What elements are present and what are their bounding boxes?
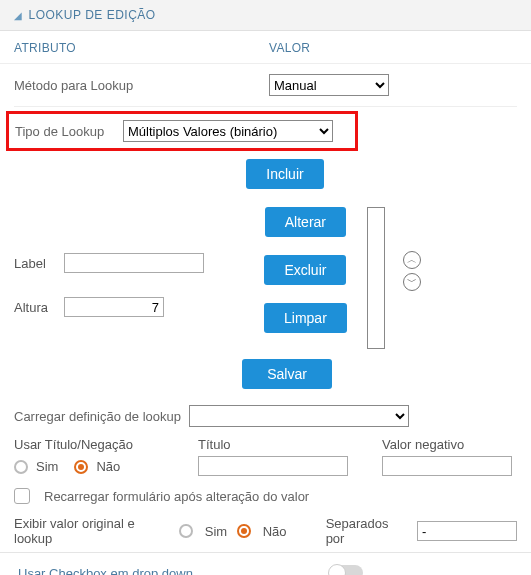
alter-button[interactable]: Alterar bbox=[265, 207, 346, 237]
neg-value-label: Valor negativo bbox=[382, 437, 512, 452]
label-field-label: Label bbox=[14, 256, 58, 271]
values-listbox[interactable] bbox=[367, 207, 385, 349]
use-title-no-label: Não bbox=[96, 459, 120, 474]
load-definition-select[interactable] bbox=[189, 405, 409, 427]
panel-title: LOOKUP DE EDIÇÃO bbox=[29, 8, 156, 22]
include-button[interactable]: Incluir bbox=[246, 159, 324, 189]
clear-button[interactable]: Limpar bbox=[264, 303, 347, 333]
panel-header[interactable]: ◢ LOOKUP DE EDIÇÃO bbox=[0, 0, 531, 31]
move-down-button[interactable]: ﹀ bbox=[403, 273, 421, 291]
title-label: Título bbox=[198, 437, 358, 452]
row-lookup-method: Método para Lookup Manual bbox=[14, 64, 517, 107]
reload-form-label: Recarregar formulário após alteração do … bbox=[44, 489, 309, 504]
row-load-definition: Carregar definição de lookup bbox=[0, 399, 531, 433]
save-button[interactable]: Salvar bbox=[242, 359, 332, 389]
chevron-down-icon: ﹀ bbox=[407, 275, 417, 289]
use-title-neg-label: Usar Título/Negação bbox=[14, 437, 174, 452]
lookup-method-select[interactable]: Manual bbox=[269, 74, 389, 96]
move-up-button[interactable]: ︿ bbox=[403, 251, 421, 269]
separated-by-input[interactable] bbox=[417, 521, 517, 541]
exclude-button[interactable]: Excluir bbox=[264, 255, 346, 285]
chevron-up-icon: ︿ bbox=[407, 253, 417, 267]
col-value: VALOR bbox=[269, 41, 310, 55]
reload-form-checkbox[interactable] bbox=[14, 488, 30, 504]
use-checkbox-dd-toggle[interactable] bbox=[329, 565, 363, 575]
use-title-yes-label: Sim bbox=[36, 459, 58, 474]
show-original-no-label: Não bbox=[263, 524, 287, 539]
lookup-type-select[interactable]: Múltiplos Valores (binário) bbox=[123, 120, 333, 142]
use-title-no-radio[interactable] bbox=[74, 460, 88, 474]
load-definition-label: Carregar definição de lookup bbox=[14, 409, 181, 424]
neg-value-input[interactable] bbox=[382, 456, 512, 476]
highlighted-lookup-type: Tipo de Lookup Múltiplos Valores (binári… bbox=[6, 111, 358, 151]
lookup-method-label: Método para Lookup bbox=[14, 78, 269, 93]
use-checkbox-dd-label: Usar Checkbox em drop down. bbox=[18, 566, 196, 576]
lookup-type-label: Tipo de Lookup bbox=[15, 124, 123, 139]
height-input[interactable] bbox=[64, 297, 164, 317]
show-original-yes-label: Sim bbox=[205, 524, 227, 539]
use-title-yes-radio[interactable] bbox=[14, 460, 28, 474]
column-headers: ATRIBUTO VALOR bbox=[0, 31, 531, 64]
show-original-yes-radio[interactable] bbox=[179, 524, 193, 538]
height-field-label: Altura bbox=[14, 300, 58, 315]
title-input[interactable] bbox=[198, 456, 348, 476]
show-original-label: Exibir valor original e lookup bbox=[14, 516, 169, 546]
label-input[interactable] bbox=[64, 253, 204, 273]
col-attribute: ATRIBUTO bbox=[14, 41, 269, 55]
collapse-icon: ◢ bbox=[14, 10, 23, 21]
show-original-no-radio[interactable] bbox=[237, 524, 251, 538]
separated-by-label: Separados por bbox=[326, 516, 407, 546]
